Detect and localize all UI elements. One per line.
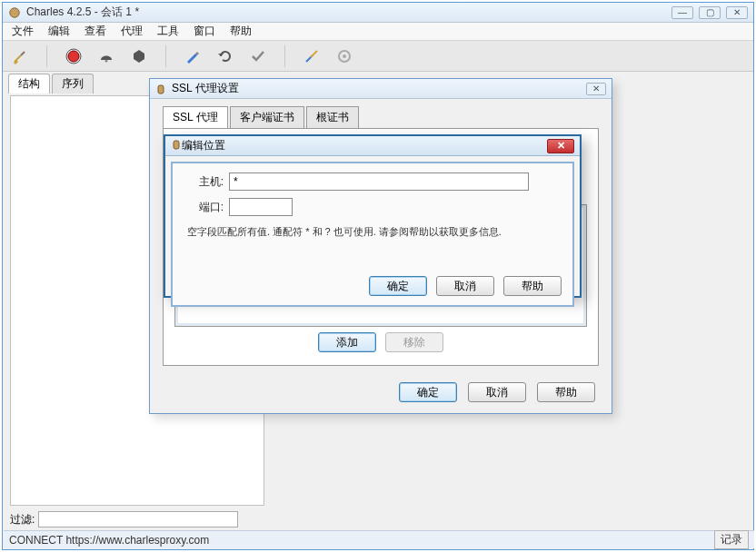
statusbar: CONNECT https://www.charlesproxy.com 记录 <box>4 530 754 548</box>
ssl-tab-root-cert[interactable]: 根证书 <box>306 106 359 128</box>
ssl-tab-client-cert[interactable]: 客户端证书 <box>230 106 304 128</box>
log-button[interactable]: 记录 <box>714 530 749 549</box>
ssl-dialog-titlebar: SSL 代理设置 ✕ <box>150 79 612 99</box>
ssl-dialog-close-button[interactable]: ✕ <box>586 83 606 95</box>
menu-file[interactable]: 文件 <box>6 22 39 41</box>
menu-view[interactable]: 查看 <box>79 22 112 41</box>
vase-icon <box>155 84 166 94</box>
ssl-cancel-button[interactable]: 取消 <box>468 382 526 402</box>
ssl-help-button[interactable]: 帮助 <box>537 382 595 402</box>
menu-edit[interactable]: 编辑 <box>43 22 75 41</box>
svg-rect-9 <box>174 141 179 149</box>
edit-cancel-button[interactable]: 取消 <box>436 276 494 296</box>
svg-point-7 <box>343 54 346 58</box>
minimize-button[interactable]: — <box>671 6 693 19</box>
filter-row: 过滤: <box>10 509 264 529</box>
broom-icon[interactable] <box>12 48 28 64</box>
tools-icon[interactable] <box>303 48 320 64</box>
check-icon[interactable] <box>250 48 266 64</box>
throttle-icon[interactable] <box>98 48 114 64</box>
status-text: CONNECT https://www.charlesproxy.com <box>9 534 209 547</box>
host-input[interactable] <box>229 172 529 191</box>
menu-proxy[interactable]: 代理 <box>115 22 148 41</box>
port-input[interactable] <box>229 198 293 216</box>
breakpoint-icon[interactable] <box>131 48 147 64</box>
edit-dialog-titlebar: 编辑位置 ✕ <box>165 136 580 156</box>
settings-icon[interactable] <box>336 48 353 64</box>
edit-dialog-close-button[interactable]: ✕ <box>547 139 574 153</box>
ssl-ok-button[interactable]: 确定 <box>399 382 457 402</box>
edit-hint-text: 空字段匹配所有值. 通配符 * 和 ? 也可使用. 请参阅帮助以获取更多信息. <box>187 225 558 239</box>
edit-help-button[interactable]: 帮助 <box>503 276 562 296</box>
toolbar <box>3 41 753 72</box>
add-location-button[interactable]: 添加 <box>318 332 376 352</box>
edit-ok-button[interactable]: 确定 <box>369 276 427 296</box>
port-label: 端口: <box>187 200 224 215</box>
edit-location-dialog: 编辑位置 ✕ 主机: 端口: 空字段匹配所有值. 通配符 * 和 ? 也可使用.… <box>164 134 582 298</box>
ssl-tab-proxy[interactable]: SSL 代理 <box>163 106 228 128</box>
filter-label: 过滤: <box>10 512 35 527</box>
menu-tools[interactable]: 工具 <box>152 22 184 41</box>
refresh-icon[interactable] <box>217 48 234 64</box>
app-icon <box>8 6 21 19</box>
svg-marker-5 <box>218 54 224 56</box>
menu-help[interactable]: 帮助 <box>224 22 257 41</box>
main-titlebar: Charles 4.2.5 - 会话 1 * — ▢ ✕ <box>3 3 753 23</box>
pen-icon[interactable] <box>184 48 201 64</box>
maximize-button[interactable]: ▢ <box>699 6 721 19</box>
vase-icon <box>171 139 182 153</box>
close-window-button[interactable]: ✕ <box>726 6 748 19</box>
svg-rect-8 <box>158 85 164 94</box>
svg-marker-4 <box>134 50 144 63</box>
filter-input[interactable] <box>38 511 238 527</box>
host-label: 主机: <box>187 174 224 190</box>
edit-dialog-title: 编辑位置 <box>182 138 547 153</box>
tab-sequence[interactable]: 序列 <box>52 74 94 94</box>
svg-point-3 <box>105 59 108 62</box>
ssl-tabs: SSL 代理 客户端证书 根证书 <box>163 106 612 128</box>
tab-structure[interactable]: 结构 <box>8 74 50 94</box>
svg-point-1 <box>68 51 79 62</box>
record-icon[interactable] <box>65 48 82 64</box>
svg-point-0 <box>10 7 20 17</box>
edit-dialog-body: 主机: 端口: 空字段匹配所有值. 通配符 * 和 ? 也可使用. 请参阅帮助以… <box>171 162 574 307</box>
menubar: 文件 编辑 查看 代理 工具 窗口 帮助 <box>3 23 753 41</box>
remove-location-button: 移除 <box>385 332 443 352</box>
window-title: Charles 4.2.5 - 会话 1 * <box>26 5 671 20</box>
menu-window[interactable]: 窗口 <box>188 22 221 41</box>
ssl-dialog-title: SSL 代理设置 <box>172 81 586 96</box>
